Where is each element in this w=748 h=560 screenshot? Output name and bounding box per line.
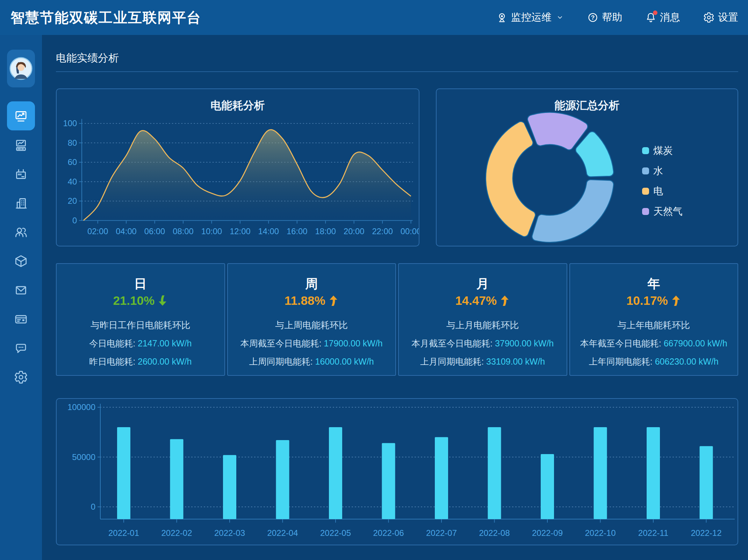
- legend-item-电[interactable]: 电: [642, 185, 683, 198]
- donut-slice-水[interactable]: [532, 180, 613, 242]
- bar-2022-10[interactable]: [594, 427, 607, 519]
- sidebar-item-energy-analysis[interactable]: [7, 101, 35, 130]
- legend-swatch: [642, 188, 649, 195]
- header-menu: 监控运维帮助消息设置: [496, 10, 738, 24]
- y-axis-tick-label: 100000: [67, 402, 95, 412]
- x-axis-tick-label: 2022-08: [479, 528, 510, 538]
- cube-icon: [14, 254, 28, 268]
- metric-label: 本年截至今日电能耗:: [580, 338, 664, 348]
- bar-2022-04[interactable]: [276, 440, 289, 519]
- sidebar-item-enterprise[interactable]: [7, 188, 35, 217]
- metric-label: 本月截至今日电能耗:: [411, 338, 495, 348]
- donut-chart-title: 能源汇总分析: [437, 98, 738, 113]
- metric-value: 2600.00 kW/h: [138, 357, 192, 366]
- sidebar-item-assets[interactable]: [7, 246, 35, 275]
- metric-value: 17900.00 kW/h: [324, 338, 383, 348]
- x-axis-tick-label: 12:00: [230, 227, 250, 236]
- bar-2022-07[interactable]: [435, 437, 448, 519]
- sidebar-item-mail[interactable]: [7, 275, 35, 304]
- card-percent: 14.47%: [455, 293, 510, 308]
- legend-item-煤炭[interactable]: 煤炭: [642, 144, 683, 157]
- card-period-label: 周: [305, 277, 318, 290]
- header-menu-messages[interactable]: 消息: [645, 10, 680, 24]
- power-consumption-panel: 02040608010002:0004:0006:0008:0010:0012:…: [56, 88, 419, 246]
- sidebar-item-settings[interactable]: [7, 362, 35, 392]
- card-percent-value: 10.17%: [626, 293, 668, 308]
- chevron-down-glyph: [556, 13, 564, 22]
- sidebar: [0, 35, 42, 560]
- card-metric-row: 上月同期电能耗: 33109.00 kW/h: [420, 356, 545, 367]
- users-icon: [14, 225, 28, 239]
- bar-2022-11[interactable]: [647, 427, 660, 519]
- legend-item-水[interactable]: 水: [642, 165, 683, 177]
- y-axis-tick-label: 50000: [72, 452, 95, 462]
- legend-label: 煤炭: [653, 144, 673, 157]
- charts-row: 02040608010002:0004:0006:0008:0010:0012:…: [56, 88, 738, 246]
- card-compare-label: 与上年电能耗环比: [617, 320, 690, 330]
- bar-2022-05[interactable]: [329, 427, 342, 519]
- metric-value: 37900.00 kW/h: [495, 338, 554, 348]
- x-axis-tick-label: 2022-02: [161, 528, 192, 538]
- y-axis-tick-label: 100: [63, 119, 77, 128]
- monthly-bar-panel: 1000005000002022-012022-022022-032022-04…: [56, 398, 738, 545]
- help-icon: [587, 12, 598, 23]
- gear-icon: [14, 370, 28, 384]
- trend-up-arrow-icon: [328, 295, 339, 306]
- card-icon: [14, 312, 28, 326]
- bar-2022-02[interactable]: [170, 439, 184, 519]
- bar-2022-09[interactable]: [541, 454, 554, 519]
- metric-value: 606230.00 kW/h: [655, 357, 719, 366]
- energy-summary-panel: 能源汇总分析 煤炭水电天然气: [436, 88, 738, 246]
- bar-2022-03[interactable]: [223, 455, 236, 519]
- stat-card-周: 周11.88%与上周电能耗环比本周截至今日电能耗: 17900.00 kW/h上…: [227, 263, 396, 376]
- card-period-label: 月: [476, 277, 489, 290]
- sidebar-item-users[interactable]: [7, 217, 35, 246]
- line-chart-title: 电能耗分析: [57, 98, 419, 113]
- building-icon: [14, 196, 28, 210]
- legend-item-天然气[interactable]: 天然气: [642, 205, 683, 218]
- x-axis-tick-label: 2022-09: [532, 528, 563, 538]
- monthly-power-bar-chart[interactable]: 1000005000002022-012022-022022-032022-04…: [57, 399, 738, 545]
- card-percent-value: 11.88%: [285, 293, 325, 308]
- webcam-icon: [496, 12, 508, 23]
- stat-cards-row: 日21.10%与昨日工作日电能耗环比今日电能耗: 2147.00 kW/h昨日电…: [56, 263, 738, 376]
- bar-2022-08[interactable]: [488, 427, 501, 519]
- card-percent: 10.17%: [626, 293, 681, 308]
- sidebar-item-billing[interactable]: [7, 304, 35, 333]
- x-axis-tick-label: 2022-10: [585, 528, 616, 538]
- y-axis-tick-label: 20: [68, 196, 77, 206]
- sidebar-nav: [7, 101, 35, 392]
- donut-slice-电[interactable]: [486, 122, 535, 237]
- header-menu-help[interactable]: 帮助: [587, 10, 622, 24]
- header-menu-label: 监控运维: [511, 10, 552, 24]
- sidebar-item-feedback[interactable]: [7, 333, 35, 362]
- legend-label: 天然气: [653, 205, 683, 218]
- y-axis-tick-label: 0: [72, 216, 77, 225]
- header-menu-monitor-ops[interactable]: 监控运维: [496, 10, 564, 24]
- header-menu-settings[interactable]: 设置: [703, 10, 738, 24]
- bar-2022-06[interactable]: [382, 443, 395, 519]
- x-axis-tick-label: 2022-11: [638, 528, 668, 538]
- x-axis-tick-label: 2022-01: [108, 528, 139, 538]
- gear-icon: [703, 12, 714, 23]
- donut-slice-天然气[interactable]: [527, 112, 588, 150]
- card-compare-label: 与上月电能耗环比: [446, 320, 519, 330]
- chevron-down-icon: [556, 13, 564, 22]
- help-icon-glyph: [587, 12, 598, 23]
- user-avatar[interactable]: [7, 50, 35, 87]
- bar-2022-01[interactable]: [117, 427, 130, 519]
- metric-label: 上月同期电能耗:: [420, 357, 486, 366]
- card-metric-row: 上周同期电能耗: 16000.00 kW/h: [249, 356, 374, 367]
- webcam-icon-glyph: [496, 12, 508, 23]
- sidebar-item-dashboard[interactable]: [7, 130, 35, 159]
- metric-value: 2147.00 kW/h: [138, 338, 192, 348]
- x-axis-tick-label: 2022-04: [267, 528, 298, 538]
- x-axis-tick-label: 2022-06: [373, 528, 404, 538]
- card-metric-row: 昨日电能耗: 2600.00 kW/h: [89, 356, 192, 367]
- x-axis-tick-label: 04:00: [116, 227, 136, 236]
- x-axis-tick-label: 16:00: [287, 227, 307, 236]
- donut-slice-煤炭[interactable]: [576, 131, 613, 177]
- x-axis-tick-label: 20:00: [344, 227, 364, 236]
- bar-2022-12[interactable]: [700, 446, 713, 519]
- sidebar-item-devices[interactable]: [7, 159, 35, 188]
